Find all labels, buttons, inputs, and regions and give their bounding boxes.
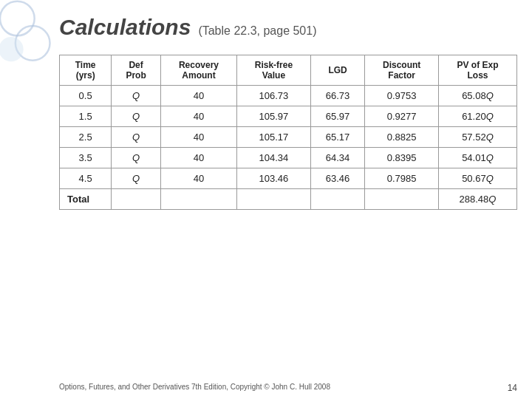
- cell-recovery: 40: [160, 106, 236, 127]
- table-header: Time(yrs) DefProb RecoveryAmount Risk-fr…: [60, 55, 517, 86]
- table-body: 0.5 Q 40 106.73 66.73 0.9753 65.08Q 1.5 …: [60, 86, 517, 210]
- cell-time: 0.5: [60, 86, 112, 106]
- cell-recovery: 40: [160, 127, 236, 148]
- cell-pv: 65.08Q: [438, 86, 516, 106]
- cell-def-prob: Q: [112, 106, 161, 127]
- col-header-time: Time(yrs): [60, 55, 112, 86]
- decorative-circles: [0, 0, 59, 74]
- cell-def-prob: Q: [112, 148, 161, 168]
- footer-copyright: Options, Futures, and Other Derivatives …: [59, 383, 330, 393]
- col-header-discount: DiscountFactor: [365, 55, 439, 86]
- col-header-lgd: LGD: [310, 55, 365, 86]
- table-row: 1.5 Q 40 105.97 65.97 0.9277 61.20Q: [60, 106, 517, 127]
- cell-lgd: 66.73: [310, 86, 365, 106]
- cell-pv: 50.67Q: [438, 168, 516, 189]
- cell-lgd: 64.34: [310, 148, 365, 168]
- cell-total-pv: 288.48Q: [438, 189, 516, 210]
- cell-def-prob: Q: [112, 86, 161, 106]
- cell-def-prob: Q: [112, 168, 161, 189]
- cell-time: 2.5: [60, 127, 112, 148]
- header-row: Time(yrs) DefProb RecoveryAmount Risk-fr…: [60, 55, 517, 86]
- cell-recovery: 40: [160, 168, 236, 189]
- col-header-def-prob: DefProb: [112, 55, 161, 86]
- cell-total-empty1: [112, 189, 161, 210]
- col-header-recovery: RecoveryAmount: [160, 55, 236, 86]
- total-row: Total 288.48Q: [60, 189, 517, 210]
- cell-discount: 0.9277: [365, 106, 439, 127]
- footer: Options, Futures, and Other Derivatives …: [59, 383, 517, 393]
- cell-pv: 57.52Q: [438, 127, 516, 148]
- cell-recovery: 40: [160, 86, 236, 106]
- cell-discount: 0.8825: [365, 127, 439, 148]
- cell-recovery: 40: [160, 148, 236, 168]
- cell-risk-free: 105.97: [237, 106, 311, 127]
- cell-discount: 0.7985: [365, 168, 439, 189]
- col-header-pv: PV of ExpLoss: [438, 55, 516, 86]
- cell-lgd: 65.97: [310, 106, 365, 127]
- cell-discount: 0.8395: [365, 148, 439, 168]
- cell-risk-free: 106.73: [237, 86, 311, 106]
- cell-time: 3.5: [60, 148, 112, 168]
- cell-def-prob: Q: [112, 127, 161, 148]
- cell-time: 1.5: [60, 106, 112, 127]
- cell-total-empty4: [310, 189, 365, 210]
- calculations-table: Time(yrs) DefProb RecoveryAmount Risk-fr…: [59, 55, 517, 210]
- table-row: 4.5 Q 40 103.46 63.46 0.7985 50.67Q: [60, 168, 517, 189]
- table-row: 2.5 Q 40 105.17 65.17 0.8825 57.52Q: [60, 127, 517, 148]
- cell-total-empty2: [160, 189, 236, 210]
- footer-page-number: 14: [508, 383, 517, 393]
- cell-risk-free: 103.46: [237, 168, 311, 189]
- cell-risk-free: 105.17: [237, 127, 311, 148]
- main-content: Calculations (Table 22.3, page 501) Time…: [59, 15, 517, 369]
- cell-total-empty3: [237, 189, 311, 210]
- col-header-risk-free: Risk-freeValue: [237, 55, 311, 86]
- cell-time: 4.5: [60, 168, 112, 189]
- svg-point-0: [0, 1, 35, 36]
- svg-point-2: [0, 37, 24, 61]
- cell-total-empty5: [365, 189, 439, 210]
- cell-lgd: 63.46: [310, 168, 365, 189]
- table-row: 3.5 Q 40 104.34 64.34 0.8395 54.01Q: [60, 148, 517, 168]
- cell-lgd: 65.17: [310, 127, 365, 148]
- cell-pv: 54.01Q: [438, 148, 516, 168]
- cell-total-label: Total: [60, 189, 112, 210]
- table-row: 0.5 Q 40 106.73 66.73 0.9753 65.08Q: [60, 86, 517, 106]
- cell-pv: 61.20Q: [438, 106, 516, 127]
- page-title-main: Calculations: [59, 15, 191, 40]
- title-row: Calculations (Table 22.3, page 501): [59, 15, 517, 40]
- cell-discount: 0.9753: [365, 86, 439, 106]
- cell-risk-free: 104.34: [237, 148, 311, 168]
- page-title-sub: (Table 22.3, page 501): [198, 24, 316, 38]
